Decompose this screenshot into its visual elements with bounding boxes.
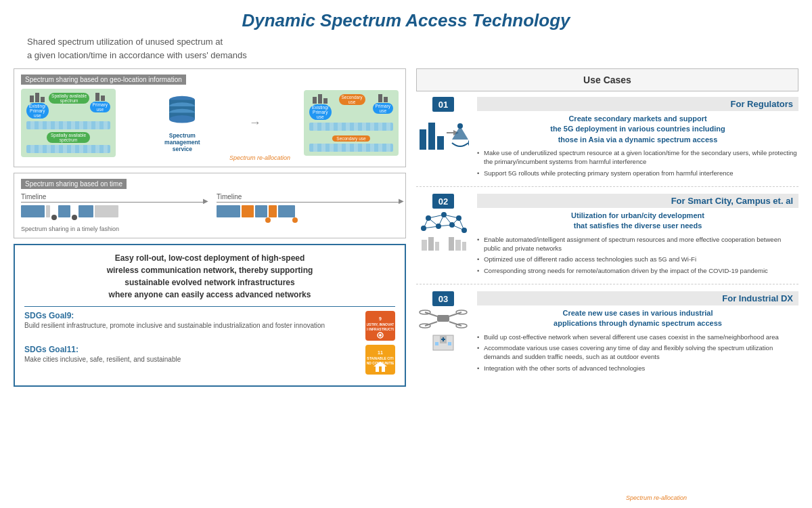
use-case-item-02: 02 (416, 194, 798, 284)
sdg-goal11-title: SDGs Goal11: (24, 345, 360, 354)
geo-left-panel: Existing/Primaryuse Spatially availables… (21, 89, 116, 157)
realloc-label: Spectrum re-allocation (229, 154, 290, 161)
uc-number-01: 01 (432, 97, 454, 112)
tl-caption: Spectrum sharing in a timely fashion (21, 226, 399, 232)
svg-text:AND INFRASTRUCTURE: AND INFRASTRUCTURE (367, 327, 394, 331)
svg-point-12 (379, 334, 382, 337)
uc-right-01: For Regulators Create secondary markets … (477, 97, 798, 179)
arrow-right: → (249, 116, 261, 130)
uc-subtitle-01: Create secondary markets and support the… (477, 114, 798, 145)
sdg-divider (24, 306, 395, 307)
uc-bullet-01-2: Support 5G rollouts while protecting pri… (477, 169, 798, 177)
main-title: Dynamic Spectrum Access Technology (14, 10, 798, 31)
sdg-box: Easy roll-out, low-cost deployment of hi… (14, 244, 406, 387)
tl-bar3 (58, 205, 70, 217)
left-column: Spectrum sharing based on geo-location i… (14, 68, 406, 387)
geo-left-bubble2: Spatially availablespectrum (49, 93, 89, 104)
geo-left-bubble4: Spatially availablespectrum (47, 132, 90, 143)
svg-rect-20 (420, 129, 426, 150)
sdg-goal9-title: SDGs Goal9: (24, 311, 360, 320)
uc-subtitle-02: Utilization for urban/city development t… (477, 211, 798, 232)
uc-category-03: For Industrial DX (477, 291, 798, 305)
geo-right-bubble1: Existing/Primaryuse (309, 104, 332, 120)
svg-rect-30 (435, 242, 439, 251)
tl-bar-a2 (242, 205, 254, 217)
geo-diagram-box: Spectrum sharing based on geo-location i… (14, 68, 406, 167)
svg-rect-22 (437, 136, 444, 150)
tl-bars-after (217, 205, 399, 217)
water-waves-right2 (309, 144, 393, 152)
time-label: Spectrum sharing based on time (21, 179, 127, 189)
use-cases-header: Use Cases (416, 68, 798, 91)
use-case-item-01: 01 (416, 97, 798, 187)
sdg-goal11-desc: Make cities inclusive, safe, resilient, … (24, 356, 360, 363)
uc-right-03: For Industrial DX Create new use cases i… (477, 291, 798, 375)
uc-left-01: 01 (416, 97, 470, 179)
two-timelines: Timeline (21, 193, 399, 217)
tl-arrow2 (217, 202, 399, 203)
uc-category-01: For Regulators (477, 97, 798, 111)
uc-bullets-03: Build up cost-effective network when sev… (477, 333, 798, 373)
uc01-svg (418, 116, 469, 153)
svg-rect-52 (437, 315, 449, 322)
svg-rect-64 (443, 337, 444, 341)
uc-bullet-03-3: Integration with the other sorts of adva… (477, 364, 798, 373)
geo-left-bubble1: Existing/Primaryuse (26, 103, 49, 119)
svg-text:SUSTAINABLE CITIES: SUSTAINABLE CITIES (367, 356, 394, 360)
uc-image-02 (418, 213, 469, 250)
sdg9-svg: 9 INDUSTRY, INNOVATION AND INFRASTRUCTUR… (367, 312, 394, 339)
tl-dot-area1 (51, 205, 57, 217)
geo-right-panel: Existing/Primaryuse Secondaryuse Pri (304, 90, 399, 156)
database-svg (165, 93, 199, 131)
tl-label1: Timeline (21, 193, 203, 200)
tl-arrow1 (21, 202, 203, 203)
sdg-goal11-text: SDGs Goal11: Make cities inclusive, safe… (24, 345, 360, 363)
svg-text:11: 11 (378, 350, 383, 355)
svg-line-47 (452, 218, 459, 225)
cylinder-icon (165, 93, 199, 131)
sdg-icon-9: 9 INDUSTRY, INNOVATION AND INFRASTRUCTUR… (365, 311, 395, 341)
svg-marker-27 (468, 140, 469, 146)
uc-bullet-02-1: Enable automated/intelligent assignment … (477, 235, 798, 253)
svg-rect-21 (428, 123, 435, 150)
right-column: Use Cases 01 (416, 68, 798, 388)
uc-image-03 (418, 310, 469, 347)
tl-dot-orange1 (265, 217, 271, 223)
tl-section-before: Timeline (21, 193, 203, 217)
sdg-goal9-text: SDGs Goal9: Build resilient infrastructu… (24, 311, 360, 329)
tl-line2 (217, 202, 399, 203)
tl-bar4 (78, 205, 93, 217)
svg-rect-29 (428, 237, 434, 251)
page: Dynamic Spectrum Access Technology Share… (0, 0, 812, 508)
uc-bullets-01: Make use of underutilized spectrum resou… (477, 148, 798, 177)
tl-bar-a3 (255, 205, 267, 217)
center-area: Spectrum management service (158, 93, 206, 152)
tl-dot1 (51, 215, 57, 220)
uc-left-03: 03 (416, 291, 470, 375)
svg-rect-33 (462, 242, 466, 251)
water-waves-right (309, 123, 393, 131)
spectrum-realloc: Spectrum re-allocation (626, 494, 687, 501)
tl-bar-a1 (217, 205, 240, 217)
svg-rect-17 (376, 366, 379, 372)
sdg-icon-11: 11 SUSTAINABLE CITIES AND COMMUNITIES (365, 345, 395, 375)
svg-rect-32 (449, 237, 454, 251)
uc03-svg (418, 307, 469, 351)
uc-subtitle-03: Create new use cases in various industri… (477, 308, 798, 329)
uc-bullet-03-1: Build up cost-effective network when sev… (477, 333, 798, 341)
tl-dot2 (72, 215, 77, 220)
tl-bar5 (95, 205, 118, 217)
uc-number-02: 02 (432, 194, 454, 209)
svg-rect-65 (435, 342, 438, 345)
subtitle: Shared spectrum utilization of unused sp… (27, 35, 798, 62)
diagram-inner: Existing/Primaryuse Spatially availables… (21, 89, 399, 157)
uc-left-02: 02 (416, 194, 470, 277)
tl-dot-orange2 (292, 217, 298, 223)
uc-bullet-03-2: Accommodate various use cases covering a… (477, 343, 798, 362)
tl-bars-before (21, 205, 203, 217)
tl-dot-area2 (72, 205, 77, 217)
svg-rect-31 (455, 240, 461, 251)
svg-line-43 (424, 218, 428, 228)
uc-bullet-02-3: Corresponding strong needs for remote/au… (477, 266, 798, 275)
sdg-goal11-row: SDGs Goal11: Make cities inclusive, safe… (24, 345, 395, 375)
